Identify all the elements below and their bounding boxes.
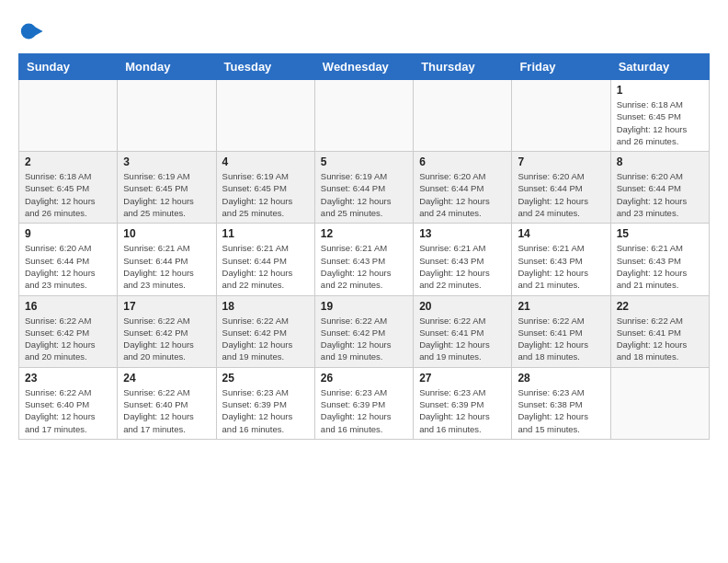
col-header-wednesday: Wednesday bbox=[314, 54, 413, 80]
day-number: 14 bbox=[518, 227, 604, 240]
calendar-cell bbox=[512, 80, 610, 152]
day-detail: Sunrise: 6:21 AM Sunset: 6:43 PM Dayligh… bbox=[419, 242, 506, 291]
day-number: 16 bbox=[25, 300, 111, 313]
day-detail: Sunrise: 6:20 AM Sunset: 6:44 PM Dayligh… bbox=[25, 242, 111, 291]
day-detail: Sunrise: 6:19 AM Sunset: 6:45 PM Dayligh… bbox=[123, 170, 210, 219]
calendar-cell: 10Sunrise: 6:21 AM Sunset: 6:44 PM Dayli… bbox=[118, 224, 216, 295]
day-detail: Sunrise: 6:22 AM Sunset: 6:41 PM Dayligh… bbox=[419, 315, 506, 363]
day-detail: Sunrise: 6:22 AM Sunset: 6:42 PM Dayligh… bbox=[321, 315, 407, 363]
day-number: 17 bbox=[123, 300, 210, 313]
day-detail: Sunrise: 6:22 AM Sunset: 6:42 PM Dayligh… bbox=[25, 315, 111, 363]
day-number: 10 bbox=[123, 227, 210, 240]
col-header-tuesday: Tuesday bbox=[216, 54, 314, 80]
calendar-cell: 18Sunrise: 6:22 AM Sunset: 6:42 PM Dayli… bbox=[216, 295, 314, 367]
day-number: 18 bbox=[222, 300, 309, 313]
day-detail: Sunrise: 6:20 AM Sunset: 6:44 PM Dayligh… bbox=[617, 170, 703, 219]
calendar-cell: 2Sunrise: 6:18 AM Sunset: 6:45 PM Daylig… bbox=[19, 152, 118, 224]
day-detail: Sunrise: 6:21 AM Sunset: 6:44 PM Dayligh… bbox=[222, 242, 309, 291]
day-number: 1 bbox=[617, 84, 703, 97]
day-number: 12 bbox=[321, 227, 407, 240]
page-header bbox=[18, 18, 710, 44]
calendar-cell: 28Sunrise: 6:23 AM Sunset: 6:38 PM Dayli… bbox=[512, 367, 610, 439]
calendar-cell: 22Sunrise: 6:22 AM Sunset: 6:41 PM Dayli… bbox=[610, 295, 709, 367]
calendar-cell: 21Sunrise: 6:22 AM Sunset: 6:41 PM Dayli… bbox=[512, 295, 610, 367]
col-header-friday: Friday bbox=[512, 54, 610, 80]
day-number: 6 bbox=[419, 155, 506, 168]
col-header-saturday: Saturday bbox=[610, 54, 709, 80]
day-number: 21 bbox=[518, 300, 604, 313]
day-number: 28 bbox=[518, 372, 604, 385]
day-number: 2 bbox=[25, 155, 111, 168]
calendar-cell: 14Sunrise: 6:21 AM Sunset: 6:43 PM Dayli… bbox=[512, 224, 610, 295]
day-number: 22 bbox=[617, 300, 703, 313]
day-number: 24 bbox=[123, 372, 210, 385]
day-number: 9 bbox=[25, 227, 111, 240]
day-detail: Sunrise: 6:22 AM Sunset: 6:40 PM Dayligh… bbox=[123, 386, 210, 435]
calendar-cell: 26Sunrise: 6:23 AM Sunset: 6:39 PM Dayli… bbox=[314, 367, 413, 439]
calendar-cell: 6Sunrise: 6:20 AM Sunset: 6:44 PM Daylig… bbox=[414, 152, 512, 224]
col-header-sunday: Sunday bbox=[19, 54, 118, 80]
day-detail: Sunrise: 6:23 AM Sunset: 6:39 PM Dayligh… bbox=[419, 386, 506, 435]
day-detail: Sunrise: 6:22 AM Sunset: 6:40 PM Dayligh… bbox=[25, 386, 111, 435]
day-number: 19 bbox=[321, 300, 407, 313]
day-detail: Sunrise: 6:21 AM Sunset: 6:44 PM Dayligh… bbox=[123, 242, 210, 291]
day-detail: Sunrise: 6:19 AM Sunset: 6:45 PM Dayligh… bbox=[222, 170, 309, 219]
day-number: 13 bbox=[419, 227, 506, 240]
day-detail: Sunrise: 6:23 AM Sunset: 6:39 PM Dayligh… bbox=[222, 386, 309, 435]
calendar-cell bbox=[314, 80, 413, 152]
calendar-cell: 8Sunrise: 6:20 AM Sunset: 6:44 PM Daylig… bbox=[610, 152, 709, 224]
calendar-cell: 4Sunrise: 6:19 AM Sunset: 6:45 PM Daylig… bbox=[216, 152, 314, 224]
calendar-cell bbox=[216, 80, 314, 152]
day-detail: Sunrise: 6:20 AM Sunset: 6:44 PM Dayligh… bbox=[419, 170, 506, 219]
day-detail: Sunrise: 6:21 AM Sunset: 6:43 PM Dayligh… bbox=[321, 242, 407, 291]
day-detail: Sunrise: 6:21 AM Sunset: 6:43 PM Dayligh… bbox=[518, 242, 604, 291]
day-detail: Sunrise: 6:20 AM Sunset: 6:44 PM Dayligh… bbox=[518, 170, 604, 219]
day-number: 20 bbox=[419, 300, 506, 313]
calendar-cell bbox=[19, 80, 118, 152]
day-number: 5 bbox=[321, 155, 407, 168]
calendar-cell: 12Sunrise: 6:21 AM Sunset: 6:43 PM Dayli… bbox=[314, 224, 413, 295]
day-detail: Sunrise: 6:18 AM Sunset: 6:45 PM Dayligh… bbox=[617, 98, 703, 147]
day-detail: Sunrise: 6:19 AM Sunset: 6:44 PM Dayligh… bbox=[321, 170, 407, 219]
day-number: 7 bbox=[518, 155, 604, 168]
day-detail: Sunrise: 6:22 AM Sunset: 6:42 PM Dayligh… bbox=[123, 315, 210, 363]
calendar-cell bbox=[118, 80, 216, 152]
day-number: 27 bbox=[419, 372, 506, 385]
day-detail: Sunrise: 6:18 AM Sunset: 6:45 PM Dayligh… bbox=[25, 170, 111, 219]
day-detail: Sunrise: 6:22 AM Sunset: 6:41 PM Dayligh… bbox=[518, 315, 604, 363]
day-number: 26 bbox=[321, 372, 407, 385]
calendar-cell: 5Sunrise: 6:19 AM Sunset: 6:44 PM Daylig… bbox=[314, 152, 413, 224]
calendar-cell: 3Sunrise: 6:19 AM Sunset: 6:45 PM Daylig… bbox=[118, 152, 216, 224]
day-number: 11 bbox=[222, 227, 309, 240]
logo bbox=[18, 18, 48, 44]
calendar-cell: 24Sunrise: 6:22 AM Sunset: 6:40 PM Dayli… bbox=[118, 367, 216, 439]
calendar-cell bbox=[610, 367, 709, 439]
calendar-cell: 27Sunrise: 6:23 AM Sunset: 6:39 PM Dayli… bbox=[414, 367, 512, 439]
svg-marker-1 bbox=[34, 26, 43, 36]
calendar-table: SundayMondayTuesdayWednesdayThursdayFrid… bbox=[18, 53, 710, 440]
calendar-cell: 23Sunrise: 6:22 AM Sunset: 6:40 PM Dayli… bbox=[19, 367, 118, 439]
day-number: 3 bbox=[123, 155, 210, 168]
day-number: 23 bbox=[25, 372, 111, 385]
logo-icon bbox=[18, 18, 44, 44]
day-detail: Sunrise: 6:22 AM Sunset: 6:41 PM Dayligh… bbox=[617, 315, 703, 363]
calendar-cell: 13Sunrise: 6:21 AM Sunset: 6:43 PM Dayli… bbox=[414, 224, 512, 295]
calendar-cell: 25Sunrise: 6:23 AM Sunset: 6:39 PM Dayli… bbox=[216, 367, 314, 439]
calendar-cell: 9Sunrise: 6:20 AM Sunset: 6:44 PM Daylig… bbox=[19, 224, 118, 295]
day-number: 15 bbox=[617, 227, 703, 240]
col-header-monday: Monday bbox=[118, 54, 216, 80]
day-detail: Sunrise: 6:23 AM Sunset: 6:39 PM Dayligh… bbox=[321, 386, 407, 435]
calendar-cell: 1Sunrise: 6:18 AM Sunset: 6:45 PM Daylig… bbox=[610, 80, 709, 152]
calendar-cell: 20Sunrise: 6:22 AM Sunset: 6:41 PM Dayli… bbox=[414, 295, 512, 367]
calendar-cell: 7Sunrise: 6:20 AM Sunset: 6:44 PM Daylig… bbox=[512, 152, 610, 224]
calendar-cell: 11Sunrise: 6:21 AM Sunset: 6:44 PM Dayli… bbox=[216, 224, 314, 295]
calendar-cell: 16Sunrise: 6:22 AM Sunset: 6:42 PM Dayli… bbox=[19, 295, 118, 367]
calendar-cell: 19Sunrise: 6:22 AM Sunset: 6:42 PM Dayli… bbox=[314, 295, 413, 367]
day-number: 25 bbox=[222, 372, 309, 385]
col-header-thursday: Thursday bbox=[414, 54, 512, 80]
day-detail: Sunrise: 6:22 AM Sunset: 6:42 PM Dayligh… bbox=[222, 315, 309, 363]
calendar-cell: 17Sunrise: 6:22 AM Sunset: 6:42 PM Dayli… bbox=[118, 295, 216, 367]
calendar-cell: 15Sunrise: 6:21 AM Sunset: 6:43 PM Dayli… bbox=[610, 224, 709, 295]
day-number: 8 bbox=[617, 155, 703, 168]
day-detail: Sunrise: 6:21 AM Sunset: 6:43 PM Dayligh… bbox=[617, 242, 703, 291]
